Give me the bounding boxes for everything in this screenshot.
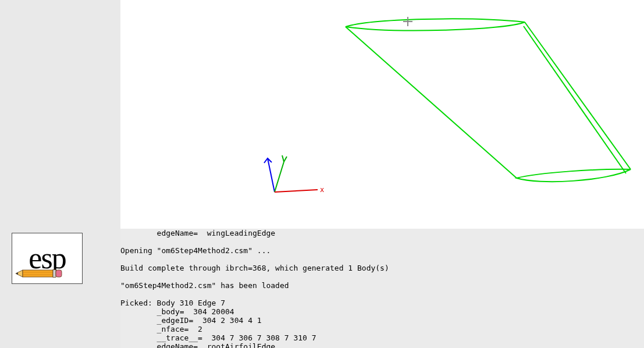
svg-line-10 xyxy=(268,158,275,192)
axes-triad: x xyxy=(262,151,332,198)
svg-line-13 xyxy=(284,157,287,162)
pencil-icon xyxy=(16,268,62,279)
viewport-3d[interactable]: x xyxy=(120,0,644,229)
svg-line-8 xyxy=(525,22,631,169)
app-root: esp xyxy=(0,0,644,348)
svg-rect-5 xyxy=(53,270,56,278)
console-text: edgeName= wingLeadingEdge Opening "om6St… xyxy=(120,229,644,348)
svg-line-11 xyxy=(275,162,284,192)
logo-inner: esp xyxy=(15,236,80,281)
svg-line-7 xyxy=(346,27,517,178)
svg-line-14 xyxy=(275,190,318,192)
wing-wireframe xyxy=(120,0,644,229)
sidebar: esp xyxy=(0,0,120,348)
svg-line-9 xyxy=(524,26,626,173)
console-output[interactable]: edgeName= wingLeadingEdge Opening "om6St… xyxy=(120,229,644,348)
svg-rect-2 xyxy=(23,270,53,277)
svg-rect-6 xyxy=(56,270,62,277)
svg-line-12 xyxy=(282,155,284,162)
svg-text:x: x xyxy=(320,186,324,194)
logo-box[interactable]: esp xyxy=(12,233,83,284)
